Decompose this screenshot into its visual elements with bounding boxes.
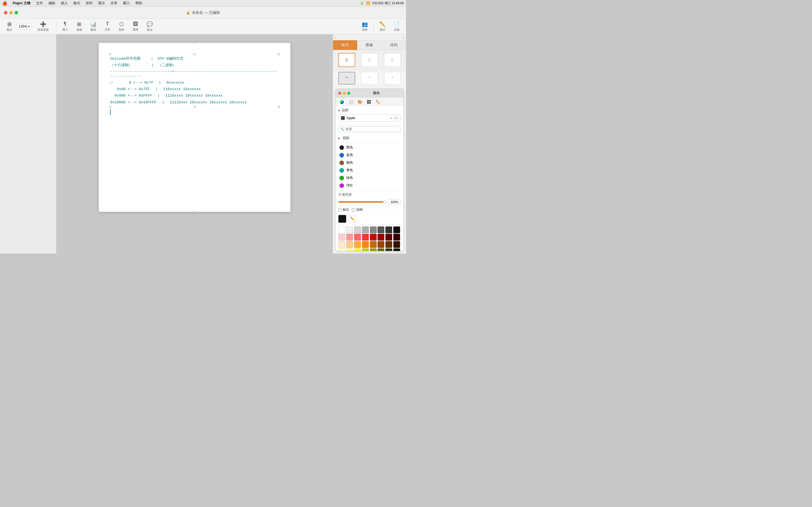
menu-window[interactable]: 窗口 — [122, 1, 131, 6]
menu-arrange[interactable]: 排列 — [85, 1, 94, 6]
fill-swatch-cell[interactable] — [386, 248, 392, 251]
tab-style[interactable]: 样式 — [333, 40, 357, 50]
color-dropdown[interactable]: Apple ▾ + — [338, 114, 401, 122]
panel-nav-left[interactable]: ‹ — [335, 35, 336, 40]
color-item-blue[interactable]: 蓝色 — [336, 151, 403, 159]
menu-view[interactable]: 显示 — [97, 1, 106, 6]
note-checkbox[interactable]: 说明 — [352, 208, 363, 212]
color-item-green[interactable]: 绿色 — [336, 174, 403, 182]
color-add-button[interactable]: + — [394, 116, 398, 120]
chart-button[interactable]: 📊 图表 — [87, 20, 100, 33]
fill-pencil-button[interactable]: ✏️ — [349, 215, 356, 223]
fill-color-box[interactable] — [338, 215, 346, 223]
table-handle-bl[interactable] — [109, 106, 111, 108]
zoom-control[interactable]: 125% ▾ — [16, 24, 32, 29]
color-item-cyan[interactable]: 青色 — [336, 166, 403, 174]
menu-file[interactable]: 文件 — [35, 1, 44, 6]
fill-swatch-cell[interactable] — [354, 248, 361, 251]
minimize-button[interactable] — [9, 11, 13, 14]
color-tab-image[interactable]: 🖼 — [365, 99, 373, 105]
fill-swatch-cell[interactable] — [338, 241, 345, 248]
fill-swatch-cell[interactable] — [338, 226, 345, 233]
opacity-slider-thumb[interactable] — [383, 200, 387, 204]
table-handle-tl[interactable] — [109, 54, 111, 55]
maximize-button[interactable] — [15, 11, 18, 14]
fill-swatch-cell[interactable] — [354, 234, 361, 240]
fill-swatch-cell[interactable] — [377, 226, 384, 233]
apple-menu-icon[interactable]: 🍎 — [2, 1, 7, 6]
label-checkbox[interactable]: 标注 — [338, 208, 349, 212]
add-page-button[interactable]: ➕ 添加页面 — [35, 20, 51, 33]
app-name[interactable]: Pages 文稿 — [11, 1, 32, 6]
page-handle-br[interactable] — [290, 211, 291, 213]
label-checkbox-input[interactable] — [338, 208, 342, 212]
fill-swatch-cell[interactable] — [393, 234, 400, 240]
panel-nav-right[interactable]: › — [403, 35, 404, 40]
fill-swatch-cell[interactable] — [370, 234, 377, 240]
close-button[interactable] — [4, 11, 7, 14]
fill-swatch-cell[interactable] — [377, 234, 384, 240]
fill-swatch-cell[interactable] — [362, 248, 369, 251]
fill-swatch-cell[interactable] — [346, 248, 353, 251]
page-handle-tc[interactable] — [194, 42, 195, 44]
style-swatch-2[interactable]: ■__ — [361, 72, 378, 84]
menu-insert[interactable]: 插入 — [60, 1, 69, 6]
fill-swatch-cell[interactable] — [370, 248, 377, 251]
color-item-black[interactable]: 黑色 — [336, 144, 403, 151]
page-handle-tr[interactable] — [290, 42, 291, 44]
style-thumb-1[interactable]: AaAa — [338, 53, 355, 67]
table-button[interactable]: ⊞ 表格 — [73, 20, 86, 33]
style-thumb-2[interactable]: AaAa — [361, 53, 378, 67]
shape-button[interactable]: ⬡ 形状 — [115, 20, 128, 33]
page-handle-bl[interactable] — [98, 211, 100, 213]
color-panel-max[interactable] — [347, 92, 350, 95]
comment-button[interactable]: 💬 批注 — [143, 20, 156, 33]
collab-button[interactable]: 👥 协作 — [358, 20, 371, 33]
tab-image[interactable]: 图像 — [357, 40, 382, 50]
color-tab-sliders[interactable]: ⬜ — [347, 99, 355, 105]
table-handle-br[interactable] — [278, 106, 280, 108]
page-handle-tl[interactable] — [98, 42, 100, 44]
color-tab-palette[interactable]: 🎨 — [356, 99, 364, 105]
opacity-slider[interactable] — [338, 201, 386, 203]
fill-swatch-cell[interactable] — [393, 226, 400, 233]
style-swatch-1[interactable]: ■__ — [338, 72, 355, 84]
text-button[interactable]: T 文本 — [101, 20, 114, 33]
style-swatch-3[interactable]: ■__ — [384, 72, 401, 84]
fill-swatch-cell[interactable] — [377, 248, 384, 251]
menu-edit[interactable]: 编辑 — [47, 1, 56, 6]
color-tab-wheel[interactable] — [338, 99, 346, 105]
fill-swatch-cell[interactable] — [346, 241, 353, 248]
color-item-brown[interactable]: 褐色 — [336, 159, 403, 166]
display-button[interactable]: ⊞ 显示 — [3, 20, 16, 33]
table-handle-top[interactable] — [194, 54, 195, 55]
fill-swatch-cell[interactable] — [377, 241, 384, 248]
menu-share[interactable]: 共享 — [109, 1, 118, 6]
fill-swatch-cell[interactable] — [386, 226, 392, 233]
fill-swatch-cell[interactable] — [386, 241, 392, 248]
table-handle-bottom[interactable] — [194, 106, 195, 108]
fill-swatch-cell[interactable] — [362, 241, 369, 248]
shadow-section-header[interactable]: ▶ 阴影 — [338, 136, 401, 140]
search-input[interactable] — [338, 126, 401, 132]
fill-swatch-cell[interactable] — [386, 234, 392, 240]
document-area[interactable]: Unicode符号范围 | UTF-8编码方式 （十六进制） | （二进制） -… — [56, 34, 333, 253]
fill-swatch-cell[interactable] — [346, 226, 353, 233]
fill-swatch-cell[interactable] — [354, 226, 361, 233]
color-item-magenta[interactable]: 洋红 — [336, 182, 403, 189]
tab-arrange[interactable]: 排列 — [382, 40, 406, 50]
fill-swatch-cell[interactable] — [354, 241, 361, 248]
insert-button[interactable]: ¶ 插入 — [59, 20, 71, 33]
menu-format[interactable]: 格式 — [72, 1, 81, 6]
fill-swatch-cell[interactable] — [362, 226, 369, 233]
fill-swatch-cell[interactable] — [338, 248, 345, 251]
color-panel-close[interactable] — [338, 92, 341, 95]
table-handle-tr[interactable] — [278, 54, 280, 55]
menu-help[interactable]: 帮助 — [134, 1, 143, 6]
fill-swatch-cell[interactable] — [393, 241, 400, 248]
style-thumb-3[interactable]: AaAa — [384, 53, 401, 67]
note-checkbox-input[interactable] — [352, 208, 355, 212]
color-panel-min[interactable] — [343, 92, 346, 95]
format-button[interactable]: ✏️ 格式 — [376, 20, 389, 33]
fill-swatch-cell[interactable] — [370, 226, 377, 233]
